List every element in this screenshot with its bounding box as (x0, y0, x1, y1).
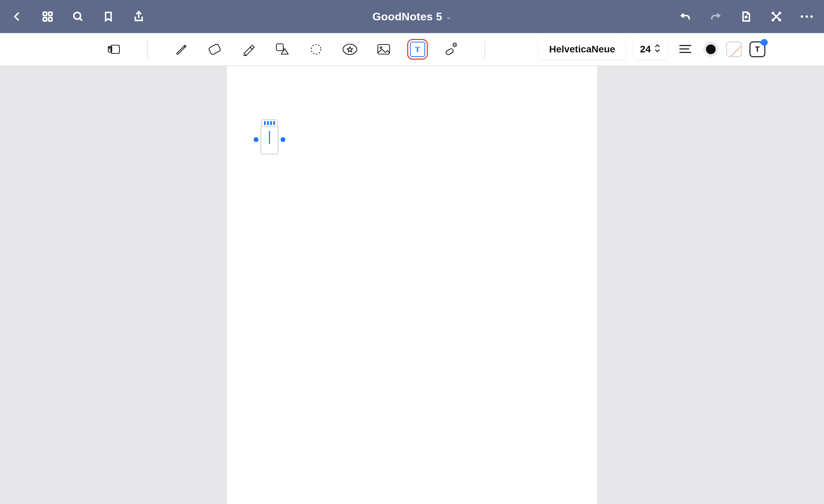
svg-line-31 (453, 46, 454, 47)
more-button[interactable] (798, 8, 816, 26)
eraser-tool[interactable] (204, 39, 225, 60)
add-page-button[interactable] (737, 8, 755, 26)
svg-point-23 (380, 47, 382, 49)
chevron-down-icon: ⌄ (446, 12, 452, 21)
svg-rect-24 (445, 48, 454, 55)
svg-line-29 (453, 43, 454, 44)
svg-point-11 (779, 12, 781, 14)
share-button[interactable] (130, 8, 148, 26)
active-textbox[interactable] (261, 125, 278, 154)
shape-tool[interactable] (272, 39, 293, 60)
document-title: GoodNotes 5 (372, 10, 442, 23)
thumbnails-button[interactable] (39, 8, 57, 26)
elements-tool[interactable] (340, 39, 360, 60)
text-tool[interactable]: T (407, 39, 428, 60)
svg-point-4 (74, 12, 81, 19)
textbox-resize-handle-left[interactable] (254, 137, 258, 142)
font-name-label: HelveticaNeue (549, 44, 615, 55)
font-size-label: 24 (640, 44, 651, 55)
svg-point-10 (772, 12, 774, 14)
textbox-drag-handle[interactable] (261, 119, 278, 127)
laser-pointer-tool[interactable] (441, 39, 462, 60)
text-color-picker[interactable] (703, 42, 718, 57)
svg-point-16 (811, 16, 813, 18)
svg-point-21 (311, 44, 321, 54)
svg-rect-20 (276, 44, 283, 51)
svg-line-32 (455, 46, 457, 47)
svg-rect-17 (111, 45, 119, 53)
editor-toolbar: T HelveticaNeue 24 T (0, 33, 824, 66)
svg-point-14 (801, 16, 803, 18)
back-button[interactable] (8, 8, 26, 26)
svg-rect-19 (208, 43, 221, 55)
svg-line-30 (455, 43, 457, 44)
lasso-tool[interactable] (306, 39, 326, 60)
undo-button[interactable] (676, 8, 694, 26)
svg-rect-22 (378, 44, 390, 54)
svg-rect-2 (43, 18, 47, 21)
textbox-resize-handle-right[interactable] (281, 137, 285, 142)
canvas[interactable] (0, 66, 824, 504)
font-picker[interactable]: HelveticaNeue (539, 39, 625, 60)
bookmark-button[interactable] (99, 8, 117, 26)
svg-point-13 (779, 19, 781, 21)
zoom-tool[interactable] (104, 39, 124, 60)
pen-tool[interactable] (170, 39, 191, 60)
svg-rect-1 (49, 12, 52, 16)
text-tool-icon: T (410, 42, 425, 57)
textbox-style-button[interactable]: T (749, 41, 765, 57)
text-caret (269, 131, 270, 144)
image-tool[interactable] (373, 39, 394, 60)
highlighter-tool[interactable] (238, 39, 259, 60)
divider (147, 40, 148, 58)
svg-point-15 (806, 16, 808, 18)
svg-line-5 (80, 18, 82, 21)
paragraph-style-button[interactable] (675, 39, 696, 60)
close-fullscreen-button[interactable] (767, 8, 785, 26)
divider (484, 40, 485, 58)
text-background-picker[interactable] (726, 41, 742, 57)
stepper-arrows-icon (654, 44, 660, 55)
app-titlebar: GoodNotes 5 ⌄ (0, 0, 824, 33)
page[interactable] (227, 66, 597, 504)
redo-button[interactable] (707, 8, 725, 26)
svg-rect-0 (43, 12, 47, 16)
svg-rect-3 (49, 18, 52, 21)
search-button[interactable] (69, 8, 87, 26)
font-size-stepper[interactable]: 24 (633, 39, 667, 60)
svg-point-12 (772, 19, 774, 21)
